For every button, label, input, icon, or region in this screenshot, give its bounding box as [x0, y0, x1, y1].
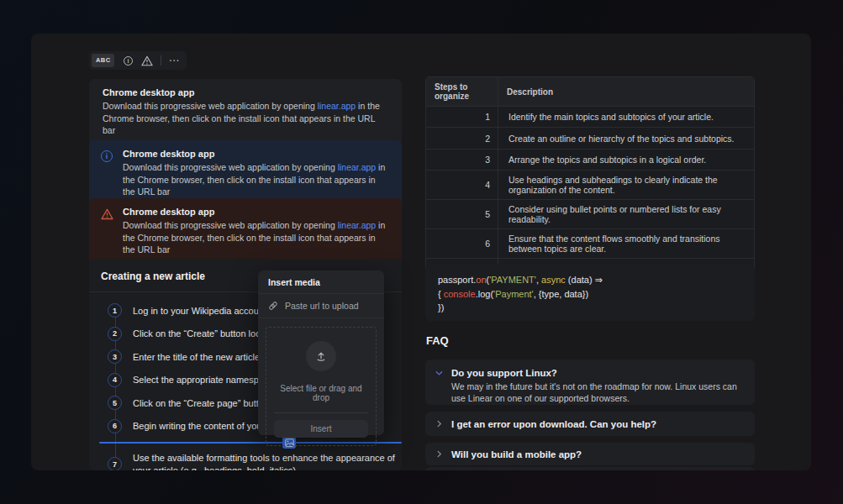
faq-answer: We may in the future but it's not on the…	[451, 381, 740, 404]
warning-icon	[141, 55, 153, 66]
table-row: 6 Ensure that the content flows smoothly…	[426, 229, 755, 259]
code-token: passport	[438, 275, 473, 285]
divider	[274, 412, 368, 413]
code-token: async	[541, 275, 566, 285]
callout-default: Chrome desktop app Download this progres…	[89, 79, 402, 145]
linear-app-link[interactable]: linear.app	[338, 220, 377, 230]
step-desc-cell: Use headings and subheadings to clearly …	[498, 171, 755, 200]
code-token: , {type, data})	[534, 289, 588, 299]
warning-icon	[101, 208, 113, 223]
step-desc-cell: Identify the main topics and subtopics o…	[498, 107, 755, 128]
file-drop-zone[interactable]: Select file or drag and drop Insert	[266, 327, 377, 446]
step-text: Log in to your Wikipedia account.	[133, 306, 269, 316]
step-desc-cell: Consider using bullet points or numbered…	[498, 200, 755, 229]
upload-icon	[315, 350, 327, 362]
callout-title: Chrome desktop app	[123, 207, 388, 217]
more-options-button[interactable]: ···	[169, 56, 180, 66]
upload-button[interactable]	[306, 341, 336, 371]
code-token: 'Payment'	[493, 289, 534, 299]
callout-body: Download this progressive web applicatio…	[123, 219, 388, 256]
insert-media-modal: Insert media Paste url to upload Select …	[258, 270, 384, 435]
faq-content: Do you support Linux? We may in the futu…	[451, 368, 740, 398]
table-row: 4 Use headings and subheadings to clearl…	[426, 171, 755, 200]
column-header-description: Description	[498, 77, 755, 107]
drop-zone-label: Select file or drag and drop	[273, 384, 369, 402]
text-style-button[interactable]: ABC	[92, 54, 114, 67]
callout-body: Download this progressive web applicatio…	[123, 161, 388, 198]
code-token: (data) ⇒	[566, 275, 603, 285]
info-icon: i	[101, 150, 113, 162]
faq-item-mobile[interactable]: Will you build a mobile app?	[425, 443, 755, 465]
table-row: 3 Arrange the topics and subtopics in a …	[426, 149, 755, 170]
info-variant-button[interactable]: i	[122, 55, 134, 66]
step-number-cell: 5	[426, 200, 498, 229]
code-token: })	[438, 302, 444, 312]
faq-item-linux[interactable]: Do you support Linux? We may in the futu…	[425, 360, 755, 405]
code-token: console	[444, 289, 476, 299]
warning-variant-button[interactable]	[141, 55, 153, 66]
step-number-badge: 1	[108, 303, 122, 318]
step-number-cell: 1	[426, 107, 498, 128]
faq-heading: FAQ	[426, 334, 449, 347]
main-panel: ABC i ··· Chrome desktop app Download th…	[31, 34, 811, 470]
code-line: { console.log('Payment', {type, data})	[438, 287, 742, 302]
table-row: 2 Create an outline or hierarchy of the …	[426, 128, 755, 149]
step-number-cell: 4	[426, 171, 498, 200]
callout-title: Chrome desktop app	[103, 87, 388, 97]
callout-title: Chrome desktop app	[123, 149, 388, 159]
table-row: 5 Consider using bullet points or number…	[426, 200, 755, 229]
link-icon	[268, 301, 278, 311]
linear-app-link[interactable]: linear.app	[338, 162, 377, 172]
chevron-right-icon	[435, 450, 444, 458]
callout-warning: Chrome desktop app Download this progres…	[89, 198, 402, 265]
faq-question: Will you build a mobile app?	[451, 449, 582, 459]
faq-item-partial[interactable]	[425, 467, 755, 470]
callout-body-text: Download this progressive web applicatio…	[123, 162, 338, 172]
step-number-cell: 3	[426, 149, 498, 170]
step-number-badge: 5	[108, 396, 122, 410]
modal-title: Insert media	[258, 270, 384, 294]
code-token: .log	[476, 289, 491, 299]
step-number-cell: 6	[426, 229, 498, 259]
code-token: {	[438, 289, 444, 299]
callout-body: Download this progressive web applicatio…	[103, 100, 388, 137]
toolbar-divider	[161, 55, 161, 66]
paste-url-button[interactable]: Paste url to upload	[258, 294, 384, 318]
callout-info: i Chrome desktop app Download this progr…	[89, 140, 402, 207]
step-number-badge: 3	[108, 349, 122, 364]
column-header-steps: Steps to organize	[426, 77, 498, 107]
paste-url-label: Paste url to upload	[285, 301, 359, 311]
table-row: 1 Identify the main topics and subtopics…	[426, 107, 755, 128]
callout-body-text: Download this progressive web applicatio…	[103, 101, 318, 111]
step-number-badge: 6	[108, 419, 122, 433]
insert-button[interactable]: Insert	[274, 420, 368, 438]
chevron-down-icon	[435, 368, 444, 398]
faq-question: Do you support Linux?	[451, 368, 740, 378]
code-token: on	[476, 275, 486, 285]
info-icon: i	[124, 56, 133, 66]
callout-body-text: Download this progressive web applicatio…	[123, 220, 338, 230]
step-desc-cell: Ensure that the content flows smoothly a…	[498, 229, 755, 259]
steps-table: Steps to organize Description 1 Identify…	[425, 76, 755, 288]
right-column: Steps to organize Description 1 Identify…	[425, 34, 755, 470]
faq-question: I get an error upon download. Can you he…	[451, 419, 656, 429]
step-number-badge: 7	[108, 457, 122, 470]
step-desc-cell: Create an outline or hierarchy of the to…	[498, 128, 755, 149]
step-text: Use the available formatting tools to en…	[133, 452, 400, 470]
code-block: passport.on('PAYMENT', async (data) ⇒ { …	[425, 265, 755, 321]
list-item: 7 Use the available formatting tools to …	[108, 452, 402, 470]
faq-item-error[interactable]: I get an error upon download. Can you he…	[425, 412, 755, 436]
callout-variant-toolbar: ABC i ···	[89, 51, 187, 70]
step-number-badge: 2	[108, 327, 122, 341]
chevron-right-icon	[435, 420, 444, 428]
code-token: 'PAYMENT'	[489, 275, 536, 285]
step-number-badge: 4	[108, 373, 122, 387]
table-header-row: Steps to organize Description	[426, 77, 755, 107]
code-line: passport.on('PAYMENT', async (data) ⇒	[438, 273, 742, 287]
step-number-cell: 2	[426, 128, 498, 149]
step-desc-cell: Arrange the topics and subtopics in a lo…	[498, 149, 755, 170]
linear-app-link[interactable]: linear.app	[318, 101, 356, 111]
code-line: })	[438, 301, 742, 315]
